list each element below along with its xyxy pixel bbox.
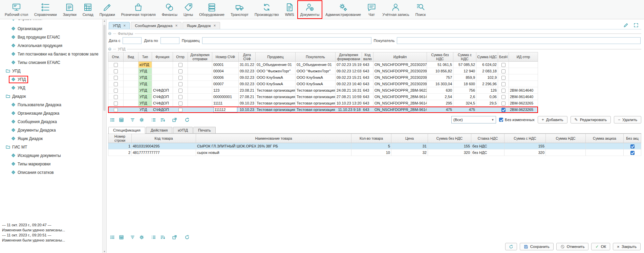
sidebar-item-16[interactable]: Исходящие документы: [0, 151, 102, 160]
detail-tab-2[interactable]: иУПД: [173, 127, 193, 133]
column-header-sum-no-vat[interactable]: Сумма без НДС: [428, 134, 471, 143]
column-header-file-id[interactable]: ИдФайл: [373, 52, 427, 62]
cell-buyer[interactable]: ООО КлубникА: [296, 81, 336, 87]
cell-sum-vat[interactable]: [476, 107, 498, 113]
checkbox[interactable]: [501, 82, 506, 86]
open-in-window-button[interactable]: [170, 116, 178, 123]
cell-number[interactable]: 00004: [212, 68, 239, 74]
cell-file-id[interactable]: ON_NSCHFDOPPR_20230209: [373, 81, 427, 87]
cell-date[interactable]: 31.01.22: [239, 62, 256, 68]
detail-tab-1[interactable]: Действия: [146, 127, 172, 133]
cell-sum-no-vat[interactable]: 155: [428, 143, 471, 150]
sidebar-item-11[interactable]: Организации Диадока: [0, 109, 102, 117]
cell-sender-id[interactable]: [509, 68, 538, 74]
toolbar-item-search[interactable]: Поиск: [413, 1, 428, 19]
cell-file-id[interactable]: ON_NSCHFDOPPR_20230207: [373, 62, 427, 68]
sort-button[interactable]: [158, 233, 167, 241]
without-changes-checkbox[interactable]: Без измененных: [499, 118, 535, 122]
cell-sum-no-vat[interactable]: 10 856,82: [427, 68, 453, 74]
checkbox[interactable]: [501, 89, 506, 93]
cell-seller[interactable]: ООО "ФьюженТорг": [256, 68, 296, 74]
checkbox[interactable]: [114, 63, 118, 67]
cell-price[interactable]: 32: [391, 150, 428, 156]
scope-select[interactable]: (Все) ▼: [451, 116, 496, 123]
checkbox[interactable]: [501, 69, 506, 73]
cell-otpr[interactable]: [173, 87, 188, 94]
tab-2[interactable]: Ящик Диадок×: [183, 22, 220, 29]
column-header-no-excise[interactable]: Без акц: [624, 134, 641, 143]
column-header-sum-vat[interactable]: Сумма НДС: [546, 134, 586, 143]
cell-number[interactable]: 00001: [212, 62, 239, 68]
cell-vid[interactable]: [124, 87, 138, 94]
buyer-input[interactable]: [397, 37, 641, 44]
sidebar-item-3[interactable]: Алкогольная продукция: [0, 41, 102, 50]
cell-sum-with-vat[interactable]: 155: [505, 143, 546, 150]
sidebar-item-1[interactable]: Организации: [0, 24, 102, 33]
scroll-up-icon[interactable]: ▲: [103, 20, 106, 22]
checkbox[interactable]: [178, 101, 183, 106]
cell-vid[interactable]: [124, 62, 138, 68]
toolbar-item-administration[interactable]: Администрирование: [323, 1, 364, 19]
cell-currency[interactable]: 643: [362, 81, 373, 87]
toolbar-item-documents[interactable]: Документы: [298, 1, 322, 19]
cell-sum-vat[interactable]: 29,5: [476, 100, 498, 107]
column-header-sum-with-vat[interactable]: Сумма с НДС: [505, 134, 546, 143]
checkbox[interactable]: [114, 69, 118, 73]
save-button[interactable]: Сохранить: [520, 243, 554, 250]
cell-no-vat[interactable]: [498, 62, 509, 68]
cell-currency[interactable]: 643: [362, 107, 373, 113]
cell-otpr[interactable]: [173, 107, 188, 113]
cell-code[interactable]: 4817777777777: [132, 150, 196, 156]
cell-sum-with-vat[interactable]: 2,6: [453, 94, 476, 100]
cell-vat-rate[interactable]: без НДС: [471, 143, 505, 150]
cell-number[interactable]: 00007: [212, 81, 239, 87]
cell-tip[interactable]: УПД: [138, 74, 152, 81]
checkbox[interactable]: [501, 108, 506, 112]
toolbar-item-retail[interactable]: Розничная торговля: [119, 1, 158, 19]
filter-button[interactable]: [128, 116, 136, 123]
date-from-input[interactable]: [123, 37, 142, 44]
cell-sum-vat[interactable]: 2 296,96: [476, 81, 498, 87]
cell-buyer[interactable]: ООО КлубникА: [296, 74, 336, 81]
cell-sum-with-vat[interactable]: 859,9: [453, 74, 476, 81]
column-header-price[interactable]: Цена: [391, 134, 428, 143]
column-header-no-vat[interactable]: БезН: [498, 52, 509, 62]
cell-func[interactable]: [152, 62, 173, 68]
column-header-seller[interactable]: Продавец: [256, 52, 296, 62]
cell-mark[interactable]: [108, 68, 124, 74]
cell-no-vat[interactable]: [498, 94, 509, 100]
cell-name[interactable]: сырок новый: [196, 150, 351, 156]
cell-sum-with-vat[interactable]: 18 600: [453, 81, 476, 87]
cell-sender-id[interactable]: 2BM-9623265: [509, 107, 538, 113]
cell-sent-at[interactable]: [188, 87, 212, 94]
cell-tip[interactable]: УПД: [138, 100, 152, 107]
date-to-input[interactable]: [160, 37, 179, 44]
sidebar-item-12[interactable]: Сообщения Диадока: [0, 117, 102, 126]
checkbox[interactable]: [178, 76, 183, 80]
sidebar-scrollbar[interactable]: ▲ ▼: [102, 19, 107, 253]
cell-date[interactable]: 10.10.23: [239, 107, 256, 113]
scrollbar-thumb[interactable]: [103, 25, 106, 111]
table-row[interactable]: УПДСЧФДОП12323.08.21Тестовая организация…: [108, 87, 538, 94]
cell-qty[interactable]: 5: [351, 143, 391, 150]
cell-func[interactable]: СЧФДОП: [152, 107, 173, 113]
cell-vid[interactable]: [124, 74, 138, 81]
tab-close-icon[interactable]: ×: [175, 24, 177, 28]
cell-code[interactable]: 4810319004295: [132, 143, 196, 150]
cell-sum-vat[interactable]: 2 083,18: [476, 68, 498, 74]
delete-button[interactable]: − Удалить: [614, 116, 641, 123]
tab-close-icon[interactable]: ×: [123, 24, 126, 28]
column-header-excise[interactable]: Сумма акциза: [586, 134, 624, 143]
cell-line[interactable]: 1: [108, 143, 132, 150]
cell-sender-id[interactable]: 2BM-9623265: [509, 100, 538, 107]
cell-vat-rate[interactable]: без НДС: [471, 150, 505, 156]
sidebar-item-13[interactable]: Документы Диадока: [0, 126, 102, 134]
cell-line[interactable]: 2: [108, 150, 132, 156]
cell-excise[interactable]: [586, 150, 624, 156]
cell-tip[interactable]: УПД: [138, 107, 152, 113]
cell-formed-at[interactable]: 10.10.23 13:20: [336, 100, 362, 107]
column-header-sum-vat[interactable]: Сумма НДС: [476, 52, 498, 62]
cell-qty[interactable]: 10: [351, 150, 391, 156]
cell-otpr[interactable]: [173, 94, 188, 100]
cell-buyer[interactable]: Тестовая организация №: [296, 100, 336, 107]
